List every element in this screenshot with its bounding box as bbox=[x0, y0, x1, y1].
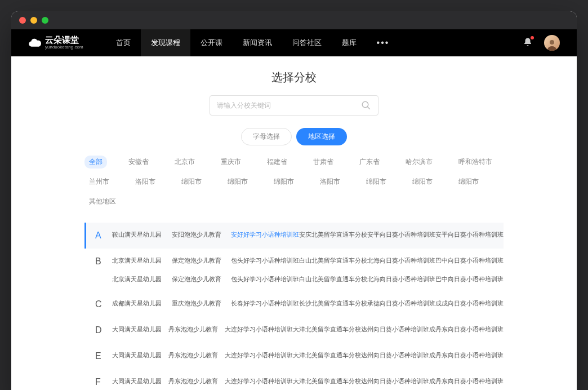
school-link[interactable]: 包头好学习小语种培训班 bbox=[231, 275, 299, 283]
region-chip[interactable]: 重庆市 bbox=[216, 156, 246, 169]
school-link[interactable]: 丹东泡泡少儿教育 bbox=[168, 351, 225, 360]
letter-group: E大同满天星幼儿园丹东泡泡少儿教育大连好学习小语种培训班大洋北美留学直通车分校达… bbox=[84, 343, 504, 369]
region-chip[interactable]: 绵阳市 bbox=[454, 175, 483, 188]
nav-item[interactable]: 发现课程 bbox=[141, 29, 190, 56]
school-link[interactable]: 白山北美留学直通车分校 bbox=[299, 256, 367, 265]
school-link[interactable]: 巴中向日葵小语种培训班 bbox=[435, 256, 504, 265]
school-link[interactable]: 包头好学习小语种培训班 bbox=[231, 256, 299, 265]
school-link[interactable]: 达州向日葵小语种培训班 bbox=[361, 377, 429, 385]
cloud-icon bbox=[28, 36, 42, 50]
region-chip[interactable]: 呼和浩特市 bbox=[454, 156, 497, 169]
logo-subtext: yunduoketang.com bbox=[45, 45, 83, 50]
school-link[interactable]: 巴中向日葵小语种培训班 bbox=[435, 275, 504, 283]
filter-tabs: 字母选择 地区选择 bbox=[11, 128, 577, 145]
letter-group: B北京满天星幼儿园保定泡泡少儿教育包头好学习小语种培训班白山北美留学直通车分校北… bbox=[84, 249, 504, 291]
school-link[interactable]: 北京满天星幼儿园 bbox=[112, 275, 172, 283]
search-input[interactable] bbox=[217, 101, 361, 109]
region-chip[interactable]: 洛阳市 bbox=[315, 175, 345, 188]
notifications-button[interactable] bbox=[523, 37, 533, 49]
school-link[interactable]: 安平向日葵小语种培训班 bbox=[435, 231, 504, 239]
region-chip[interactable]: 哈尔滨市 bbox=[401, 156, 437, 169]
nav-item[interactable]: 公开课 bbox=[190, 29, 233, 56]
main-nav: 首页发现课程公开课新闻资讯问答社区题库 bbox=[106, 29, 367, 56]
school-link[interactable]: 大同满天星幼儿园 bbox=[112, 377, 168, 385]
letter-label: A bbox=[95, 231, 112, 241]
main-content: 选择分校 字母选择 地区选择 全部安徽省北京市重庆市福建省甘肃省广东省哈尔滨市呼… bbox=[11, 56, 577, 390]
svg-point-1 bbox=[362, 101, 368, 108]
region-chip[interactable]: 北京市 bbox=[170, 156, 199, 169]
school-link[interactable]: 北京满天星幼儿园 bbox=[112, 256, 172, 265]
maximize-window-button[interactable] bbox=[42, 17, 48, 24]
school-link[interactable]: 大连好学习小语种培训班 bbox=[225, 325, 293, 334]
school-row: 北京满天星幼儿园保定泡泡少儿教育包头好学习小语种培训班白山北美留学直通车分校北海… bbox=[112, 256, 504, 265]
school-link[interactable]: 成丹东向日葵小语种培训班 bbox=[429, 325, 504, 334]
nav-item[interactable]: 问答社区 bbox=[282, 29, 332, 56]
school-link[interactable]: 保定泡泡少儿教育 bbox=[172, 256, 231, 265]
letter-group: A鞍山满天星幼儿园安阳泡泡少儿教育安好好学习小语种培训班安庆北美留学直通车分校安… bbox=[84, 223, 504, 249]
letter-label: C bbox=[95, 299, 112, 309]
region-chip[interactable]: 其他地区 bbox=[84, 195, 121, 208]
school-link[interactable]: 丹东泡泡少儿教育 bbox=[168, 377, 225, 385]
school-link[interactable]: 安平向日葵小语种培训班 bbox=[367, 231, 435, 239]
school-link[interactable]: 长沙北美留学直通车分校 bbox=[299, 299, 367, 308]
tab-region[interactable]: 地区选择 bbox=[296, 128, 347, 145]
letter-group: C成都满天星幼儿园重庆泡泡少儿教育长春好学习小语种培训班长沙北美留学直通车分校承… bbox=[84, 291, 504, 317]
school-link[interactable]: 成都满天星幼儿园 bbox=[112, 299, 172, 308]
titlebar bbox=[11, 11, 577, 29]
school-link[interactable]: 重庆泡泡少儿教育 bbox=[172, 299, 231, 308]
region-chip[interactable]: 甘肃省 bbox=[309, 156, 338, 169]
school-link[interactable]: 大洋北美留学直通车分校 bbox=[293, 377, 361, 385]
school-link[interactable]: 承德向日葵小语种培训班 bbox=[367, 299, 435, 308]
school-link[interactable]: 白山北美留学直通车分校 bbox=[299, 275, 367, 283]
logo[interactable]: 云朵课堂 yunduoketang.com bbox=[28, 36, 83, 50]
search-icon[interactable] bbox=[361, 100, 371, 110]
user-avatar[interactable] bbox=[544, 35, 560, 51]
school-rows: 大同满天星幼儿园丹东泡泡少儿教育大连好学习小语种培训班大洋北美留学直通车分校达州… bbox=[112, 325, 504, 334]
nav-item[interactable]: 题库 bbox=[332, 29, 367, 56]
school-link[interactable]: 达州向日葵小语种培训班 bbox=[361, 351, 429, 360]
region-chip[interactable]: 广东省 bbox=[355, 156, 384, 169]
region-chip[interactable]: 绵阳市 bbox=[223, 175, 252, 188]
school-link[interactable]: 大连好学习小语种培训班 bbox=[225, 351, 293, 360]
school-link[interactable]: 成丹东向日葵小语种培训班 bbox=[429, 377, 504, 385]
region-chip[interactable]: 兰州市 bbox=[84, 175, 114, 188]
school-link[interactable]: 大同满天星幼儿园 bbox=[112, 325, 168, 334]
nav-more[interactable]: ••• bbox=[367, 38, 400, 48]
school-link[interactable]: 达州向日葵小语种培训班 bbox=[361, 325, 429, 334]
school-link[interactable]: 成成向日葵小语种培训班 bbox=[435, 299, 504, 308]
school-link[interactable]: 大同满天星幼儿园 bbox=[112, 351, 168, 360]
region-chip[interactable]: 绵阳市 bbox=[269, 175, 299, 188]
region-chip[interactable]: 洛阳市 bbox=[131, 175, 160, 188]
school-row: 大同满天星幼儿园丹东泡泡少儿教育大连好学习小语种培训班大洋北美留学直通车分校达州… bbox=[112, 325, 504, 334]
region-chip[interactable]: 绵阳市 bbox=[408, 175, 437, 188]
school-link[interactable]: 北海向日葵小语种培训班 bbox=[367, 275, 435, 283]
school-link[interactable]: 大连好学习小语种培训班 bbox=[225, 377, 293, 385]
letter-label: D bbox=[95, 325, 112, 335]
nav-item[interactable]: 首页 bbox=[106, 29, 141, 56]
school-link[interactable]: 安好好学习小语种培训班 bbox=[231, 231, 299, 239]
nav-item[interactable]: 新闻资讯 bbox=[233, 29, 282, 56]
avatar-icon bbox=[545, 37, 559, 51]
school-link[interactable]: 大洋北美留学直通车分校 bbox=[293, 325, 361, 334]
region-chip[interactable]: 安徽省 bbox=[124, 156, 153, 169]
letter-label: B bbox=[95, 256, 112, 267]
region-chip[interactable]: 全部 bbox=[84, 156, 107, 169]
school-link[interactable]: 北海向日葵小语种培训班 bbox=[367, 256, 435, 265]
letter-group: F大同满天星幼儿园丹东泡泡少儿教育大连好学习小语种培训班大洋北美留学直通车分校达… bbox=[84, 369, 504, 390]
region-chip[interactable]: 福建省 bbox=[262, 156, 292, 169]
region-chip[interactable]: 绵阳市 bbox=[177, 175, 206, 188]
header: 云朵课堂 yunduoketang.com 首页发现课程公开课新闻资讯问答社区题… bbox=[11, 29, 577, 56]
close-window-button[interactable] bbox=[19, 17, 26, 24]
svg-line-2 bbox=[367, 107, 370, 109]
school-link[interactable]: 丹东泡泡少儿教育 bbox=[168, 325, 225, 334]
school-link[interactable]: 长春好学习小语种培训班 bbox=[231, 299, 299, 308]
school-link[interactable]: 安庆北美留学直通车分校 bbox=[299, 231, 367, 239]
region-chip[interactable]: 绵阳市 bbox=[362, 175, 391, 188]
tab-alphabet[interactable]: 字母选择 bbox=[241, 128, 292, 145]
school-link[interactable]: 保定泡泡少儿教育 bbox=[172, 275, 231, 283]
school-link[interactable]: 鞍山满天星幼儿园 bbox=[112, 231, 172, 239]
school-link[interactable]: 成丹东向日葵小语种培训班 bbox=[429, 351, 504, 360]
school-link[interactable]: 安阳泡泡少儿教育 bbox=[172, 231, 231, 239]
school-link[interactable]: 大洋北美留学直通车分校 bbox=[293, 351, 361, 360]
minimize-window-button[interactable] bbox=[30, 17, 37, 24]
